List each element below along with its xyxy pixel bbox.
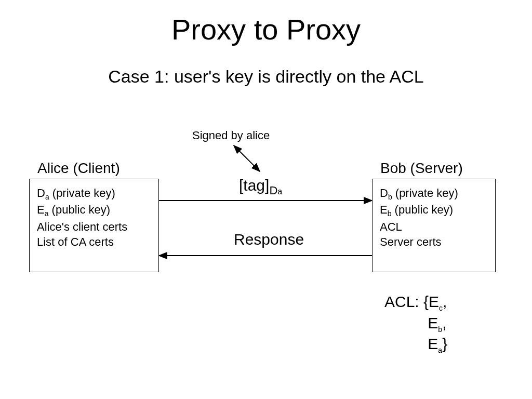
- alice-contents: Da (private key)Ea (public key)Alice's c…: [37, 185, 151, 250]
- bob-box: Db (private key)Eb (public key)ACLServer…: [372, 179, 496, 272]
- message-response: Response: [234, 231, 304, 248]
- slide-subtitle: Case 1: user's key is directly on the AC…: [0, 66, 532, 87]
- alice-title: Alice (Client): [37, 160, 120, 177]
- bob-title: Bob (Server): [380, 160, 463, 177]
- signed-pointer-arrow: [234, 145, 260, 171]
- message-tag: [tag]Da: [239, 177, 282, 197]
- acl-block: ACL: {Ec, Eb, Ea}: [384, 292, 447, 355]
- alice-box: Da (private key)Ea (public key)Alice's c…: [29, 179, 159, 272]
- bob-contents: Db (private key)Eb (public key)ACLServer…: [380, 185, 488, 250]
- slide-title: Proxy to Proxy: [0, 12, 532, 46]
- signed-by-label: Signed by alice: [192, 129, 270, 142]
